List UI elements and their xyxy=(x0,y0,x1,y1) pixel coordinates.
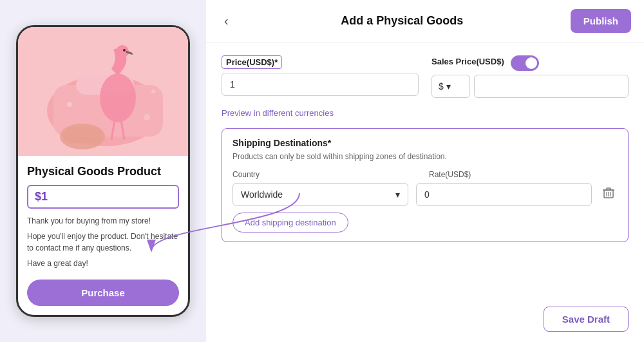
price-input[interactable] xyxy=(222,73,419,96)
svg-point-14 xyxy=(144,114,150,120)
price-section: Price(USD$)* Sales Price(USD$) $ ▾ xyxy=(222,55,629,98)
shipping-description: Products can only be sold within shippin… xyxy=(232,152,618,161)
preview-currencies-link[interactable]: Preview in different currencies xyxy=(222,108,334,118)
sales-price-label: Sales Price(USD$) xyxy=(431,57,504,66)
country-value: Worldwide xyxy=(241,189,283,200)
shipping-title: Shipping Destinations* xyxy=(232,138,618,148)
svg-rect-11 xyxy=(63,127,102,143)
svg-point-13 xyxy=(151,90,155,93)
phone-product-title: Physical Goods Product xyxy=(27,165,179,178)
country-chevron-icon: ▾ xyxy=(395,189,400,200)
shipping-row-header: Country Rate(USD$) xyxy=(232,170,618,179)
shipping-row: Worldwide ▾ xyxy=(232,183,618,206)
svg-point-5 xyxy=(100,73,136,122)
sales-price-label-row: Sales Price(USD$) xyxy=(431,55,629,71)
trash-icon xyxy=(602,187,615,200)
svg-point-12 xyxy=(67,102,72,107)
right-panel: ‹ Add a Physical Goods Publish Price(USD… xyxy=(206,0,644,342)
purchase-button[interactable]: Purchase xyxy=(27,280,179,306)
phone-thank-you-line3: Have a great day! xyxy=(27,258,179,269)
phone-price-display: $1 xyxy=(27,185,179,209)
main-content: Price(USD$)* Sales Price(USD$) $ ▾ xyxy=(206,43,644,307)
rate-input[interactable] xyxy=(416,183,592,206)
product-image-svg xyxy=(18,27,188,156)
phone-thank-you-line1: Thank you for buying from my store! xyxy=(27,215,179,227)
phone-preview-panel: Physical Goods Product $1 Thank you for … xyxy=(0,0,206,342)
country-select[interactable]: Worldwide ▾ xyxy=(232,183,408,206)
sales-price-toggle[interactable] xyxy=(511,55,539,71)
delete-shipping-row-button[interactable] xyxy=(600,184,618,205)
country-column-label: Country xyxy=(232,170,421,179)
page-wrapper: Physical Goods Product $1 Thank you for … xyxy=(0,0,644,342)
currency-select[interactable]: $ ▾ xyxy=(431,75,470,98)
publish-button[interactable]: Publish xyxy=(571,9,631,33)
page-header: ‹ Add a Physical Goods Publish xyxy=(206,0,644,43)
sales-price-group: Sales Price(USD$) $ ▾ xyxy=(431,55,629,98)
back-button[interactable]: ‹ xyxy=(219,11,234,31)
shipping-section: Shipping Destinations* Products can only… xyxy=(222,128,629,242)
add-shipping-destination-button[interactable]: Add shipping destination xyxy=(232,213,348,233)
currency-symbol: $ xyxy=(439,81,444,91)
svg-point-7 xyxy=(123,49,126,52)
save-draft-button[interactable]: Save Draft xyxy=(544,307,629,332)
sales-input-row: $ ▾ xyxy=(431,75,629,98)
phone-content: Physical Goods Product $1 Thank you for … xyxy=(18,156,188,315)
sales-price-column: Sales Price(USD$) $ ▾ xyxy=(431,55,629,98)
price-label: Price(USD$)* xyxy=(222,55,282,69)
sales-price-input[interactable] xyxy=(474,75,629,98)
footer-row: Save Draft xyxy=(206,307,644,342)
price-column: Price(USD$)* xyxy=(222,55,419,98)
phone-thank-you-line2: Hope you'll enjoy the product. Don't hes… xyxy=(27,231,179,254)
page-title: Add a Physical Goods xyxy=(234,14,571,28)
phone-frame: Physical Goods Product $1 Thank you for … xyxy=(16,25,190,317)
phone-product-image xyxy=(18,27,188,156)
currency-chevron-icon: ▾ xyxy=(446,81,451,91)
svg-rect-17 xyxy=(607,188,611,190)
rate-column-label: Rate(USD$) xyxy=(429,170,618,179)
